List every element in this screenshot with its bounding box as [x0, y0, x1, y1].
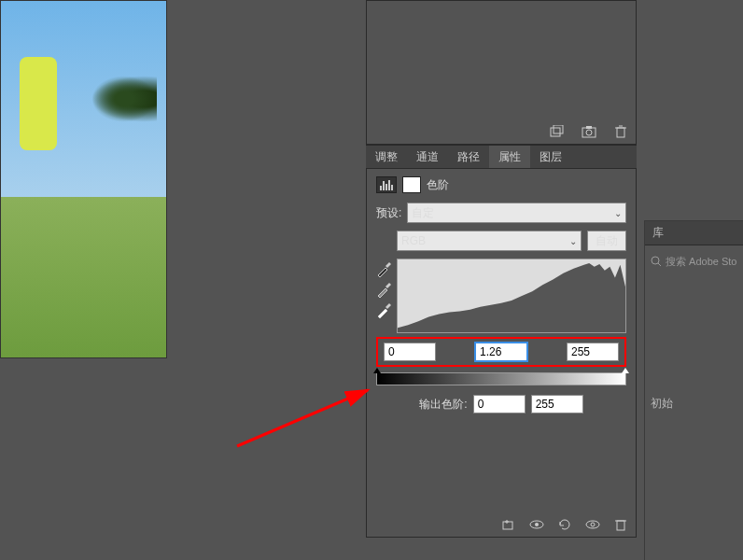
- preset-select[interactable]: 自定: [407, 203, 626, 223]
- svg-point-11: [586, 521, 599, 528]
- svg-rect-8: [503, 522, 512, 529]
- search-placeholder[interactable]: 搜索 Adobe Sto: [666, 255, 736, 269]
- svg-rect-0: [551, 128, 560, 136]
- properties-tabs: 调整 通道 路径 属性 图层: [366, 145, 637, 169]
- svg-point-3: [586, 130, 592, 135]
- init-label: 初始: [645, 390, 743, 417]
- input-levels-highlight: [376, 337, 626, 367]
- output-gradient[interactable]: [376, 372, 626, 385]
- svg-rect-13: [617, 521, 624, 530]
- output-black-slider[interactable]: [373, 368, 381, 373]
- histogram[interactable]: [397, 259, 626, 333]
- reset-icon[interactable]: [557, 518, 572, 531]
- trash-icon[interactable]: [613, 125, 628, 138]
- tab-adjust[interactable]: 调整: [366, 146, 407, 168]
- svg-point-15: [652, 257, 659, 264]
- auto-button[interactable]: 自动: [587, 231, 626, 251]
- tab-library[interactable]: 库: [645, 221, 743, 245]
- adjustments-preview-panel: [366, 0, 637, 145]
- svg-rect-4: [586, 126, 592, 129]
- tab-channels[interactable]: 通道: [407, 146, 448, 168]
- output-white-value[interactable]: [531, 395, 583, 413]
- canvas-area[interactable]: [0, 0, 296, 560]
- input-midtone[interactable]: [475, 343, 527, 361]
- tab-paths[interactable]: 路径: [448, 146, 489, 168]
- search-icon[interactable]: [651, 256, 662, 269]
- output-black-value[interactable]: [473, 395, 526, 413]
- levels-title: 色阶: [427, 177, 449, 193]
- svg-point-10: [535, 523, 539, 526]
- svg-line-16: [658, 263, 661, 266]
- svg-rect-1: [554, 125, 563, 133]
- eyedropper-white-icon[interactable]: [376, 303, 391, 318]
- photo-content: [1, 1, 166, 357]
- svg-point-12: [591, 523, 595, 526]
- panel-stack: 调整 通道 路径 属性 图层 色阶 预设: 自定 RGB 自动: [366, 0, 637, 560]
- input-white-point[interactable]: [567, 343, 619, 361]
- tab-properties[interactable]: 属性: [489, 146, 530, 168]
- eyedropper-black-icon[interactable]: [376, 262, 391, 277]
- eyedropper-gray-icon[interactable]: [376, 283, 391, 298]
- svg-rect-5: [617, 128, 624, 137]
- levels-adjustment-icon: [376, 176, 397, 193]
- new-adjustment-icon[interactable]: [550, 125, 565, 138]
- view-previous-state-icon[interactable]: [529, 518, 544, 531]
- delete-adjustment-icon[interactable]: [613, 518, 628, 531]
- right-sidebar: 库 搜索 Adobe Sto 初始: [644, 220, 743, 560]
- clip-to-layer-icon[interactable]: [501, 518, 516, 531]
- input-black-point[interactable]: [384, 343, 436, 361]
- properties-panel: 色阶 预设: 自定 RGB 自动: [366, 169, 637, 538]
- output-white-slider[interactable]: [622, 368, 629, 373]
- tab-layers[interactable]: 图层: [530, 146, 571, 168]
- preset-label: 预设:: [376, 205, 401, 221]
- layer-mask-thumb[interactable]: [402, 176, 421, 193]
- document-image[interactable]: [0, 0, 167, 358]
- output-levels-label: 输出色阶:: [419, 397, 467, 413]
- channel-select[interactable]: RGB: [397, 231, 582, 251]
- camera-icon[interactable]: [582, 125, 596, 138]
- visibility-toggle-icon[interactable]: [585, 518, 600, 531]
